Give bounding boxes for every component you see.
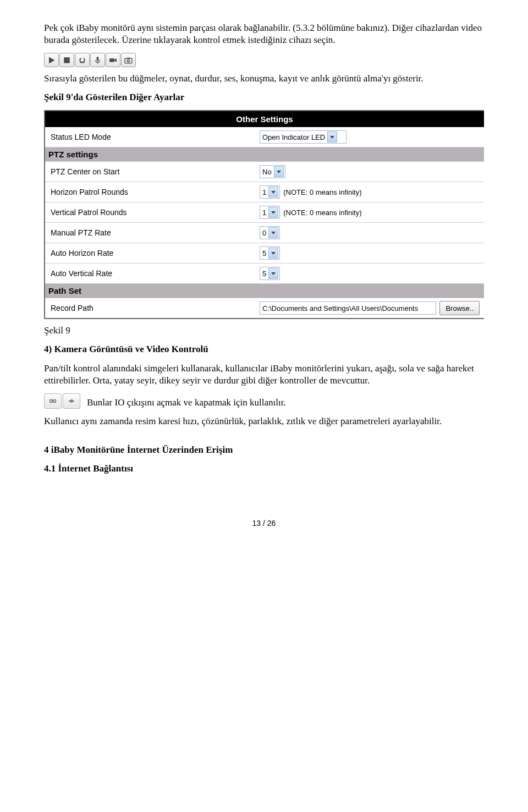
svg-rect-4 (97, 62, 98, 64)
panel-title: Other Settings (45, 111, 484, 127)
play-icon[interactable] (44, 53, 59, 67)
chevron-down-icon (268, 186, 278, 197)
figure-caption: Şekil 9 (44, 325, 484, 337)
chevron-down-icon (268, 227, 278, 238)
select-value: Open Indicator LED (262, 133, 325, 141)
label-status-led: Status LED Mode (45, 133, 260, 141)
svg-point-11 (53, 399, 56, 402)
label-auto-h: Auto Horizon Rate (45, 249, 260, 257)
svg-point-9 (127, 59, 129, 62)
heading-internet-access: 4 iBaby Monitörüne İnternet Üzerinden Er… (44, 444, 484, 456)
select-value: 1 (262, 188, 266, 196)
row-h-patrol: Horizon Patrol Rounds 1 (NOTE: 0 means i… (45, 182, 484, 202)
chevron-down-icon (268, 207, 278, 218)
label-manual-rate: Manual PTZ Rate (45, 228, 260, 237)
other-settings-panel: Other Settings Status LED Mode Open Indi… (44, 110, 484, 319)
select-status-led[interactable]: Open Indicator LED (260, 130, 346, 144)
row-v-patrol: Vertical Patrol Rounds 1 (NOTE: 0 means … (45, 202, 484, 223)
note-v-patrol: (NOTE: 0 means infinity) (283, 209, 361, 217)
select-manual-rate[interactable]: 0 (260, 226, 280, 239)
io-close-icon[interactable] (63, 393, 80, 409)
select-auto-h[interactable]: 5 (260, 246, 280, 260)
svg-rect-7 (125, 58, 132, 63)
chevron-down-icon (268, 248, 278, 259)
label-h-patrol: Horizon Patrol Rounds (45, 188, 260, 196)
paragraph-1: Pek çok iBaby monitörü aynı sistemin par… (44, 22, 484, 46)
sound-icon[interactable] (75, 53, 90, 67)
row-auto-v: Auto Vertical Rate 5 (45, 264, 484, 284)
io-open-icon[interactable] (44, 393, 62, 409)
heading-internet-connection: 4.1 İnternet Bağlantısı (44, 463, 484, 475)
select-h-patrol[interactable]: 1 (260, 185, 280, 199)
chevron-down-icon (274, 166, 284, 177)
input-record-path[interactable]: C:\Documents and Settings\All Users\Docu… (260, 301, 436, 315)
row-auto-h: Auto Horizon Rate 5 (45, 243, 484, 264)
svg-rect-2 (80, 62, 85, 63)
chevron-down-icon (327, 131, 337, 142)
row-status-led: Status LED Mode Open Indicator LED (45, 127, 484, 147)
row-ptz-center: PTZ Center on Start No (45, 162, 484, 182)
label-record-path: Record Path (45, 304, 260, 312)
chevron-down-icon (268, 268, 278, 279)
label-auto-v: Auto Vertical Rate (45, 269, 260, 278)
snapshot-icon[interactable] (121, 53, 136, 67)
svg-point-10 (50, 399, 53, 402)
talk-icon[interactable] (90, 53, 105, 67)
svg-rect-5 (109, 58, 114, 62)
page-number: 13 / 26 (44, 519, 484, 528)
label-ptz-center: PTZ Center on Start (45, 167, 260, 176)
svg-rect-1 (64, 57, 70, 63)
label-v-patrol: Vertical Patrol Rounds (45, 208, 260, 217)
input-value: C:\Documents and Settings\All Users\Docu… (262, 304, 418, 312)
select-value: 1 (262, 209, 266, 217)
toolbar-buttons-a (44, 53, 484, 67)
row-manual-rate: Manual PTZ Rate 0 (45, 223, 484, 243)
select-value: 0 (262, 229, 266, 237)
section-path: Path Set (45, 284, 484, 298)
section-ptz: PTZ settings (45, 147, 484, 162)
paragraph-4: Bunlar IO çıkışını açmak ve kapatmak içi… (87, 397, 286, 409)
svg-rect-3 (97, 57, 99, 61)
record-icon[interactable] (106, 53, 120, 67)
select-ptz-center[interactable]: No (260, 165, 285, 178)
paragraph-2: Sırasıyla gösterilen bu düğmeler, oynat,… (44, 73, 484, 85)
select-auto-v[interactable]: 5 (260, 267, 280, 280)
heading-settings: Şekil 9'da Gösterilen Diğer Ayarlar (44, 91, 484, 103)
stop-icon[interactable] (59, 53, 74, 67)
svg-marker-6 (114, 58, 117, 62)
select-value: No (262, 168, 272, 176)
io-buttons (44, 393, 80, 409)
select-value: 5 (262, 270, 266, 278)
note-h-patrol: (NOTE: 0 means infinity) (283, 188, 361, 196)
select-v-patrol[interactable]: 1 (260, 206, 280, 219)
row-record-path: Record Path C:\Documents and Settings\Al… (45, 298, 484, 318)
heading-camera-control: 4) Kamera Görüntüsü ve Video Kontrolü (44, 343, 484, 355)
select-value: 5 (262, 249, 266, 257)
paragraph-5: Kullanıcı aynı zamanda resim karesi hızı… (44, 415, 484, 427)
browse-button[interactable]: Browse.. (439, 301, 480, 315)
svg-marker-0 (49, 57, 55, 63)
svg-rect-8 (127, 57, 129, 58)
paragraph-3: Pan/tilt kontrol alanındaki simgeleri ku… (44, 363, 484, 387)
